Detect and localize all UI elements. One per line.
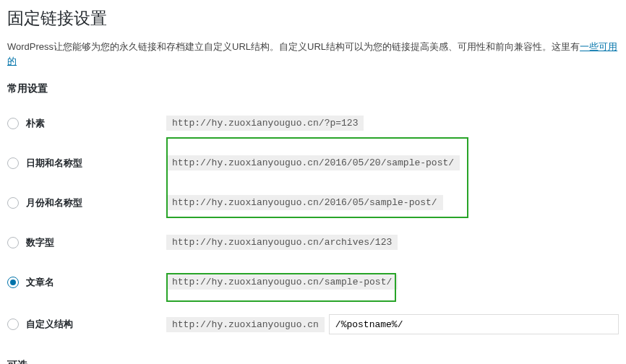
description-text: WordPress让您能够为您的永久链接和存档建立自定义URL结构。自定义URL… [7, 41, 580, 52]
url-plain: http://hy.zuoxianyouguo.cn/?p=123 [166, 116, 364, 131]
section-title-optional: 可选 [7, 359, 619, 364]
radio-plain[interactable] [7, 118, 19, 129]
radio-numeric[interactable] [7, 237, 19, 248]
custom-structure-input[interactable] [329, 314, 619, 334]
url-dayname: http://hy.zuoxianyouguo.cn/2016/05/20/sa… [166, 155, 460, 170]
option-row-month: 月份和名称型 http://hy.zuoxianyouguo.cn/2016/0… [7, 195, 619, 210]
option-row-dayname: 日期和名称型 http://hy.zuoxianyouguo.cn/2016/0… [7, 155, 619, 170]
url-postname: http://hy.zuoxianyouguo.cn/sample-post/ [166, 274, 398, 290]
option-row-plain: 朴素 http://hy.zuoxianyouguo.cn/?p=123 [7, 116, 619, 131]
base-url-custom: http://hy.zuoxianyouguo.cn [166, 317, 325, 332]
label-custom: 自定义结构 [26, 318, 73, 331]
radio-custom[interactable] [7, 318, 19, 330]
label-postname: 文章名 [26, 276, 54, 289]
url-numeric: http://hy.zuoxianyouguo.cn/archives/123 [166, 235, 398, 250]
option-row-numeric: 数字型 http://hy.zuoxianyouguo.cn/archives/… [7, 235, 619, 250]
label-month: 月份和名称型 [26, 196, 82, 209]
page-description: WordPress让您能够为您的永久链接和存档建立自定义URL结构。自定义URL… [7, 40, 619, 68]
label-plain: 朴素 [26, 117, 45, 130]
radio-month[interactable] [7, 197, 19, 209]
url-month: http://hy.zuoxianyouguo.cn/2016/05/sampl… [166, 195, 443, 210]
label-dayname: 日期和名称型 [26, 157, 82, 170]
option-row-custom: 自定义结构 http://hy.zuoxianyouguo.cn [7, 314, 619, 334]
option-row-postname: 文章名 http://hy.zuoxianyouguo.cn/sample-po… [7, 274, 619, 290]
radio-postname[interactable] [7, 277, 19, 288]
page-title: 固定链接设置 [7, 7, 619, 30]
label-numeric: 数字型 [26, 236, 54, 249]
section-title-common: 常用设置 [7, 82, 619, 95]
radio-dayname[interactable] [7, 157, 19, 169]
